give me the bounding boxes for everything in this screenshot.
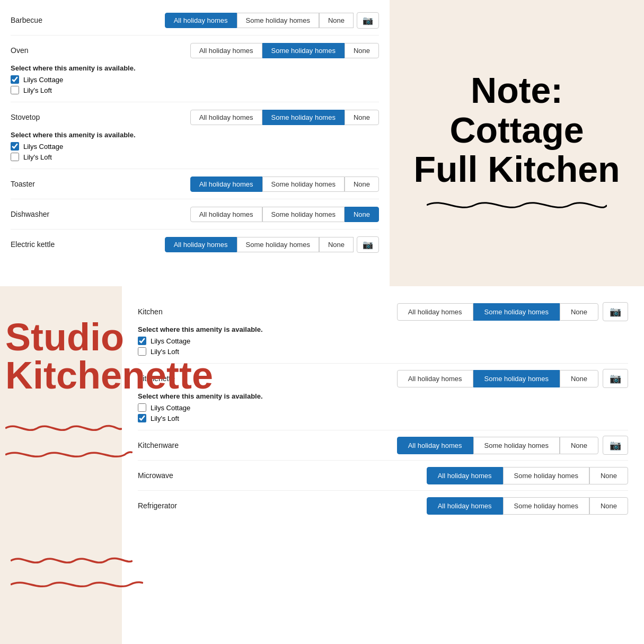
some-holiday-homes-btn[interactable]: Some holiday homes (473, 437, 560, 454)
amenity-row-refrigerator: RefrigeratorAll holiday homesSome holida… (138, 491, 628, 521)
all-holiday-homes-btn[interactable]: All holiday homes (190, 207, 262, 222)
all-holiday-homes-btn[interactable]: All holiday homes (397, 370, 473, 387)
checkbox-row: Lily's Loft (138, 414, 628, 422)
all-holiday-homes-btn[interactable]: All holiday homes (427, 467, 503, 484)
amenity-name: Kitchenware (138, 441, 212, 449)
checkbox-row: Lilys Cottage (11, 142, 379, 151)
camera-btn[interactable]: 📷 (357, 12, 379, 29)
amenity-row-microwave: MicrowaveAll holiday homesSome holiday h… (138, 461, 628, 491)
some-holiday-homes-btn[interactable]: Some holiday homes (473, 370, 560, 387)
amenity-row-electric-kettle: Electric kettleAll holiday homesSome hol… (11, 230, 379, 259)
none-btn[interactable]: None (319, 13, 354, 28)
amenity-name: Barbecue (11, 16, 74, 24)
property-label: Lily's Loft (23, 153, 52, 161)
amenity-name: Microwave (138, 471, 212, 480)
amenity-name: Refrigerator (138, 501, 212, 510)
property-label: Lily's Loft (151, 414, 179, 422)
sub-label: Select where this amenity is available. (11, 131, 379, 139)
availability-btn-group: All holiday homesSome holiday homesNone (190, 207, 379, 222)
availability-btn-group: All holiday homesSome holiday homesNone📷 (397, 302, 628, 321)
none-btn[interactable]: None (345, 177, 379, 192)
property-checkbox[interactable] (11, 86, 19, 94)
amenity-row-barbecue: BarbecueAll holiday homesSome holiday ho… (11, 5, 379, 36)
some-holiday-homes-btn[interactable]: Some holiday homes (262, 110, 345, 125)
red-wavy-2 (5, 445, 133, 464)
camera-btn[interactable]: 📷 (603, 369, 628, 388)
all-holiday-homes-btn[interactable]: All holiday homes (427, 497, 503, 515)
property-label: Lilys Cottage (151, 404, 190, 412)
none-btn[interactable]: None (589, 497, 628, 515)
none-btn[interactable]: None (345, 207, 379, 222)
property-label: Lilys Cottage (23, 76, 63, 84)
camera-btn[interactable]: 📷 (603, 436, 628, 455)
all-holiday-homes-btn[interactable]: All holiday homes (397, 303, 473, 321)
all-holiday-homes-btn[interactable]: All holiday homes (165, 13, 237, 28)
availability-btn-group: All holiday homesSome holiday homesNone (190, 177, 379, 192)
checkbox-row: Lily's Loft (11, 86, 379, 94)
property-checkbox[interactable] (11, 153, 19, 161)
availability-btn-group: All holiday homesSome holiday homesNone (427, 497, 628, 515)
sub-label: Select where this amenity is available. (11, 64, 379, 72)
some-holiday-homes-btn[interactable]: Some holiday homes (262, 207, 345, 222)
none-btn[interactable]: None (560, 370, 598, 387)
none-btn[interactable]: None (345, 110, 379, 125)
all-holiday-homes-btn[interactable]: All holiday homes (190, 43, 262, 58)
availability-btn-group: All holiday homesSome holiday homesNone📷 (165, 236, 379, 253)
property-checkbox[interactable] (138, 414, 146, 422)
checkbox-row: Lilys Cottage (138, 403, 628, 412)
amenity-name: Oven (11, 46, 74, 55)
amenity-name: Electric kettle (11, 240, 74, 249)
amenity-row-dishwasher: DishwasherAll holiday homesSome holiday … (11, 199, 379, 230)
none-btn[interactable]: None (560, 437, 598, 454)
amenity-sub-options: Select where this amenity is available.L… (11, 131, 379, 161)
amenity-row-stovetop: StovetopAll holiday homesSome holiday ho… (11, 102, 379, 169)
amenity-row-oven: OvenAll holiday homesSome holiday homesN… (11, 36, 379, 102)
amenity-sub-options: Select where this amenity is available.L… (11, 64, 379, 94)
note-title: Note: Cottage Full Kitchen (413, 70, 620, 189)
none-btn[interactable]: None (560, 303, 598, 321)
all-holiday-homes-btn[interactable]: All holiday homes (397, 437, 473, 454)
availability-btn-group: All holiday homesSome holiday homesNone📷 (397, 436, 628, 455)
note-wavy-line (427, 195, 607, 216)
amenity-row-kitchenware: KitchenwareAll holiday homesSome holiday… (138, 430, 628, 461)
property-label: Lily's Loft (23, 86, 52, 94)
amenity-name: Dishwasher (11, 210, 74, 218)
property-label: Lilys Cottage (23, 143, 63, 151)
amenity-name: Stovetop (11, 113, 74, 121)
some-holiday-homes-btn[interactable]: Some holiday homes (262, 43, 345, 58)
red-wavy-3 (11, 551, 133, 570)
availability-btn-group: All holiday homesSome holiday homesNone📷 (165, 12, 379, 29)
amenity-row-toaster: ToasterAll holiday homesSome holiday hom… (11, 169, 379, 199)
red-wavy-1 (5, 419, 122, 437)
none-btn[interactable]: None (319, 237, 354, 252)
none-btn[interactable]: None (345, 43, 379, 58)
camera-btn[interactable]: 📷 (603, 302, 628, 321)
some-holiday-homes-btn[interactable]: Some holiday homes (237, 13, 319, 28)
availability-btn-group: All holiday homesSome holiday homesNone (190, 43, 379, 58)
none-btn[interactable]: None (589, 467, 628, 484)
amenity-name: Kitchen (138, 307, 212, 316)
annotation-panel: Studio Kitchenette (0, 286, 122, 644)
all-holiday-homes-btn[interactable]: All holiday homes (190, 177, 262, 192)
some-holiday-homes-btn[interactable]: Some holiday homes (262, 177, 345, 192)
availability-btn-group: All holiday homesSome holiday homesNone📷 (397, 369, 628, 388)
all-holiday-homes-btn[interactable]: All holiday homes (190, 110, 262, 125)
some-holiday-homes-btn[interactable]: Some holiday homes (503, 467, 589, 484)
checkbox-row: Lilys Cottage (11, 75, 379, 84)
some-holiday-homes-btn[interactable]: Some holiday homes (237, 237, 319, 252)
property-checkbox[interactable] (11, 75, 19, 84)
all-holiday-homes-btn[interactable]: All holiday homes (165, 237, 237, 252)
amenity-sub-options: Select where this amenity is available.L… (138, 392, 628, 422)
property-checkbox[interactable] (11, 142, 19, 151)
some-holiday-homes-btn[interactable]: Some holiday homes (503, 497, 589, 515)
availability-btn-group: All holiday homesSome holiday homesNone (190, 110, 379, 125)
note-panel: Note: Cottage Full Kitchen (390, 0, 644, 286)
checkbox-row: Lily's Loft (11, 153, 379, 161)
amenity-name: Toaster (11, 180, 74, 188)
property-checkbox[interactable] (138, 403, 146, 412)
availability-btn-group: All holiday homesSome holiday homesNone (427, 467, 628, 484)
studio-annotation: Studio Kitchenette (5, 318, 213, 394)
some-holiday-homes-btn[interactable]: Some holiday homes (473, 303, 560, 321)
camera-btn[interactable]: 📷 (357, 236, 379, 253)
red-wavy-4 (11, 575, 143, 594)
